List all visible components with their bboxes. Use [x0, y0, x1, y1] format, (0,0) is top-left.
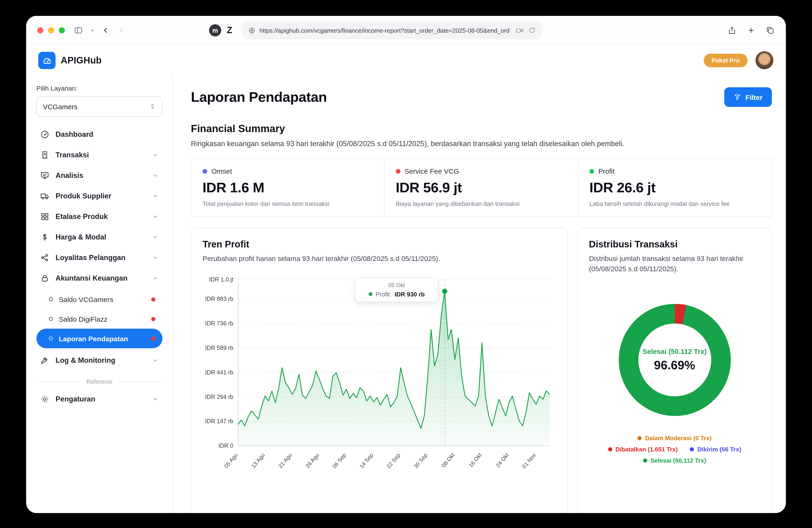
- svg-text:14 Sep: 14 Sep: [358, 452, 375, 469]
- extension-m-icon[interactable]: m: [209, 24, 221, 37]
- sidebar-menu: Dashboard Transaksi Analisis: [37, 124, 162, 410]
- chevron-down-icon: [152, 234, 159, 240]
- sidebar-item-log-monitoring[interactable]: Log & Monitoring: [37, 350, 162, 371]
- legend-dot-icon: [643, 458, 647, 462]
- app-logo[interactable]: APIGHub: [38, 52, 102, 69]
- receipt-icon: [40, 150, 49, 160]
- svg-text:24 Okt: 24 Okt: [495, 452, 510, 469]
- select-arrows-icon: [149, 103, 156, 110]
- new-tab-icon[interactable]: [747, 26, 755, 35]
- omset-value: IDR 1.6 M: [203, 180, 373, 196]
- close-window-button[interactable]: [37, 27, 43, 33]
- url-text: https://apighub.com/vcgamers/finance/inc…: [260, 27, 511, 34]
- presentation-chart-icon: [40, 171, 49, 180]
- stat-card-profit: Profit IDR 26.6 jt Laba bersih setelah d…: [578, 158, 772, 217]
- profit-trend-subtitle: Perubahan profit harian selama 93 hari t…: [203, 254, 556, 264]
- chevron-down-icon: [152, 193, 159, 199]
- service-select[interactable]: VCGamers: [37, 96, 162, 117]
- funnel-icon: [734, 94, 741, 101]
- bullet-icon: [49, 337, 53, 340]
- minimize-window-button[interactable]: [48, 27, 54, 33]
- dashboard-icon: [40, 130, 49, 139]
- profit-value: IDR 26.6 jt: [590, 180, 760, 196]
- dollar-icon: [40, 232, 49, 242]
- sidebar-subitem-saldo-digiflazz[interactable]: Saldo DigiFlazz: [37, 309, 162, 329]
- transaction-donut-chart[interactable]: Selesai (50.112 Trx) 96.69%: [619, 304, 730, 416]
- gear-icon: [40, 395, 49, 404]
- svg-text:IDR 1.0 jt: IDR 1.0 jt: [209, 276, 233, 283]
- url-bar[interactable]: https://apighub.com/vcgamers/finance/inc…: [243, 22, 541, 39]
- page-title: Laporan Pendapatan: [191, 89, 327, 105]
- sidebar-item-dashboard[interactable]: Dashboard: [37, 124, 162, 145]
- chevron-down-icon: [152, 152, 159, 158]
- filter-button[interactable]: Filter: [725, 87, 772, 107]
- legend-item-dikirim[interactable]: Dikirim (66 Trx): [690, 446, 741, 453]
- svg-text:13 Agu: 13 Agu: [250, 452, 266, 469]
- browser-window: m Z https://apighub.com/vcgamers/finance…: [26, 16, 786, 513]
- legend-item-selesai[interactable]: Selesai (50.112 Trx): [643, 457, 706, 464]
- tooltip-dot-icon: [369, 292, 373, 296]
- svg-text:IDR 0: IDR 0: [218, 442, 233, 449]
- sidebar-subitem-laporan-pendapatan[interactable]: Laporan Pendapatan: [37, 329, 162, 348]
- back-button[interactable]: [102, 26, 110, 34]
- stat-card-service-fee: Service Fee VCG IDR 56.9 jt Biaya layana…: [385, 158, 578, 217]
- profit-line-chart[interactable]: IDR 1.0 jtIDR 883 rbIDR 736 rbIDR 589 rb…: [203, 272, 556, 473]
- sidebar-item-loyalitas-pelanggan[interactable]: Loyalitas Pelanggan: [37, 247, 162, 268]
- extension-z-icon[interactable]: Z: [227, 25, 232, 35]
- sidebar-item-produk-supplier[interactable]: Produk Supplier: [37, 186, 162, 206]
- sidebar-item-etalase-produk[interactable]: Etalase Produk: [37, 206, 162, 227]
- sidebar-item-harga-modal[interactable]: Harga & Modal: [37, 227, 162, 247]
- chevron-down-icon: [152, 172, 159, 179]
- svg-text:IDR 589 rb: IDR 589 rb: [205, 344, 233, 351]
- apighub-logo-icon: [38, 52, 56, 69]
- svg-text:IDR 883 rb: IDR 883 rb: [205, 296, 233, 302]
- app-name: APIGHub: [61, 55, 102, 66]
- stage: m Z https://apighub.com/vcgamers/finance…: [0, 0, 812, 528]
- chevron-down-icon: [152, 357, 159, 364]
- svg-text:IDR 147 rb: IDR 147 rb: [205, 418, 233, 424]
- sidebar-item-analisis[interactable]: Analisis: [37, 165, 162, 186]
- legend-item-dalam-moderasi[interactable]: Dalam Moderasi (0 Trx): [638, 434, 712, 441]
- chevron-down-icon[interactable]: [90, 28, 95, 33]
- svg-text:06 Sep: 06 Sep: [331, 452, 347, 469]
- traffic-lights: [37, 27, 65, 33]
- camera-permission-icon[interactable]: [516, 26, 524, 34]
- service-fee-value: IDR 56.9 jt: [396, 180, 567, 196]
- forward-button[interactable]: [117, 26, 125, 34]
- svg-text:IDR 294 rb: IDR 294 rb: [205, 393, 233, 400]
- legend-dot-icon: [690, 447, 694, 451]
- sidebar-toggle-icon[interactable]: [74, 26, 83, 35]
- akuntansi-submenu: Saldo VCGamers Saldo DigiFlazz Laporan P…: [37, 288, 162, 350]
- profit-trend-card: Tren Profit Perubahan profit harian sela…: [191, 227, 568, 513]
- user-avatar[interactable]: [755, 51, 774, 70]
- notification-dot: [151, 297, 155, 301]
- plan-badge[interactable]: Paket Pro: [704, 54, 748, 67]
- grid-icon: [40, 212, 49, 221]
- service-label: Pilih Layanan:: [37, 85, 162, 92]
- svg-text:01 Nov: 01 Nov: [521, 452, 537, 469]
- stat-card-omset: Omset IDR 1.6 M Total penjualan kotor da…: [191, 158, 385, 217]
- tab-overview-icon[interactable]: [766, 26, 775, 35]
- svg-text:IDR 736 rb: IDR 736 rb: [205, 320, 233, 327]
- sidebar-item-pengaturan[interactable]: Pengaturan: [37, 389, 162, 410]
- sidebar-subitem-saldo-vcgamers[interactable]: Saldo VCGamers: [37, 289, 162, 309]
- legend-item-dibatalkan[interactable]: Dibatalkan (1.651 Trx): [608, 446, 678, 453]
- distribution-card: Distribusi Transaksi Distribusi jumlah t…: [577, 227, 772, 513]
- distribution-subtitle: Distribusi jumlah transaksi selama 93 ha…: [589, 254, 760, 274]
- profit-dot-icon: [590, 169, 594, 173]
- service-select-value: VCGamers: [43, 102, 77, 110]
- donut-legend: Dalam Moderasi (0 Trx) Dibatalkan (1.651…: [589, 434, 760, 464]
- zoom-window-button[interactable]: [59, 27, 65, 33]
- sidebar-item-akuntansi-keuangan[interactable]: Akuntansi Keuangan: [37, 268, 162, 288]
- share-nodes-icon: [40, 253, 49, 262]
- share-icon[interactable]: [727, 26, 736, 35]
- legend-dot-icon: [608, 447, 612, 451]
- bullet-icon: [49, 317, 53, 321]
- legend-dot-icon: [638, 436, 642, 440]
- reload-icon[interactable]: [528, 27, 536, 34]
- chevron-down-icon: [152, 254, 159, 261]
- bullet-icon: [49, 297, 53, 301]
- chart-tooltip: 05 Okt Profit: IDR 930 rb: [355, 278, 438, 302]
- sidebar-item-transaksi[interactable]: Transaksi: [37, 145, 162, 165]
- globe-icon: [248, 27, 255, 34]
